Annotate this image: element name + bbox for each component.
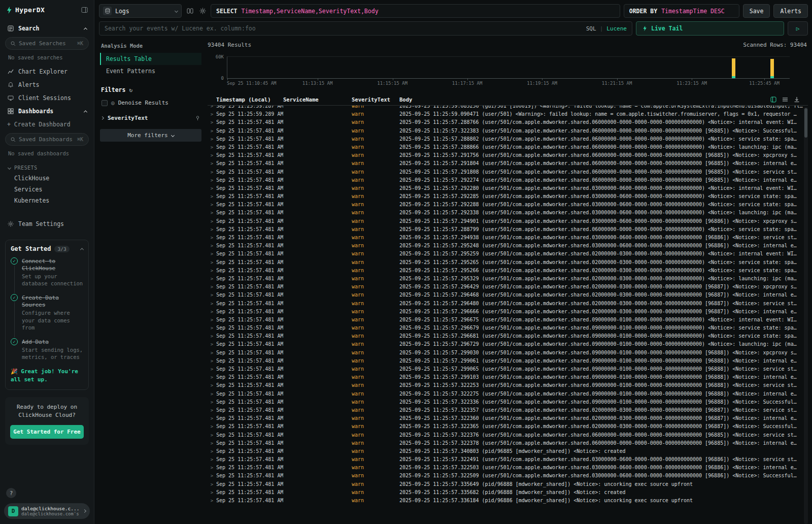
row-expand-chevron[interactable]: >	[208, 168, 216, 176]
mode-results-table[interactable]: Results Table	[100, 53, 201, 65]
table-row[interactable]: >Sep 25 11:25:57.481 AMwarn2025-09-25 11…	[208, 308, 808, 316]
row-expand-chevron[interactable]: >	[208, 106, 216, 110]
table-row[interactable]: >Sep 25 11:25:57.481 AMwarn2025-09-25 11…	[208, 267, 808, 275]
table-row[interactable]: >Sep 25 11:25:57.481 AMwarn2025-09-25 11…	[208, 250, 808, 258]
row-expand-chevron[interactable]: >	[208, 291, 216, 299]
more-filters-button[interactable]: More filters	[100, 129, 201, 142]
table-row[interactable]: >Sep 25 11:25:57.481 AMwarn2025-09-25 11…	[208, 201, 808, 209]
table-row[interactable]: >Sep 25 11:25:57.481 AMwarn2025-09-25 11…	[208, 414, 808, 422]
table-row[interactable]: >Sep 25 11:25:57.481 AMwarn2025-09-25 11…	[208, 225, 808, 234]
table-row[interactable]: >Sep 25 11:25:57.481 AMwarn2025-09-25 11…	[208, 472, 808, 480]
table-row[interactable]: >Sep 25 11:25:57.481 AMwarn2025-09-25 11…	[208, 381, 808, 389]
table-row[interactable]: >Sep 25 11:25:57.481 AMwarn2025-09-25 11…	[208, 316, 808, 324]
table-row[interactable]: >Sep 25 11:25:57.481 AMwarn2025-09-25 11…	[208, 464, 808, 472]
row-expand-chevron[interactable]: >	[208, 455, 216, 464]
scrollbar-thumb[interactable]	[804, 108, 807, 138]
table-row[interactable]: >Sep 25 11:25:57.481 AMwarn2025-09-25 11…	[208, 497, 808, 505]
live-tail-button[interactable]: Live Tail	[636, 21, 784, 36]
play-button[interactable]: ▷	[788, 21, 808, 36]
download-icon[interactable]	[794, 96, 800, 103]
histogram-plot[interactable]	[227, 56, 790, 79]
row-expand-chevron[interactable]: >	[208, 118, 216, 126]
row-expand-chevron[interactable]: >	[208, 497, 216, 505]
row-expand-chevron[interactable]: >	[208, 209, 216, 217]
sidebar-collapse-icon[interactable]	[81, 7, 88, 13]
table-row[interactable]: >Sep 25 11:25:57.481 AMwarn2025-09-25 11…	[208, 135, 808, 143]
help-button[interactable]: ?	[6, 488, 16, 498]
sidebar-item-client-sessions[interactable]: Client Sessions	[4, 91, 90, 105]
row-expand-chevron[interactable]: >	[208, 176, 216, 184]
row-expand-chevron[interactable]: >	[208, 250, 216, 258]
row-expand-chevron[interactable]: >	[208, 349, 216, 357]
row-expand-chevron[interactable]: >	[208, 275, 216, 283]
table-row[interactable]: >Sep 25 11:25:57.481 AMwarn2025-09-25 11…	[208, 143, 808, 151]
table-row[interactable]: >Sep 25 11:25:57.481 AMwarn2025-09-25 11…	[208, 422, 808, 431]
row-expand-chevron[interactable]: >	[208, 472, 216, 480]
row-expand-chevron[interactable]: >	[208, 324, 216, 332]
sidebar-item-chart-explorer[interactable]: Chart Explorer	[4, 65, 90, 78]
row-expand-chevron[interactable]: >	[208, 390, 216, 398]
row-expand-chevron[interactable]: >	[208, 192, 216, 201]
row-expand-chevron[interactable]: >	[208, 308, 216, 316]
mode-event-patterns[interactable]: Event Patterns	[100, 65, 201, 77]
row-expand-chevron[interactable]: >	[208, 300, 216, 308]
row-expand-chevron[interactable]: >	[208, 365, 216, 373]
denoise-checkbox[interactable]	[101, 100, 108, 106]
row-expand-chevron[interactable]: >	[208, 414, 216, 422]
row-expand-chevron[interactable]: >	[208, 316, 216, 324]
table-row[interactable]: >Sep 25 11:25:57.481 AMwarn2025-09-25 11…	[208, 488, 808, 497]
sidebar-item-dashboards[interactable]: Dashboards	[4, 105, 90, 118]
pin-icon[interactable]	[195, 115, 200, 121]
table-row[interactable]: >Sep 25 11:25:57.481 AMwarn2025-09-25 11…	[208, 480, 808, 488]
search-input[interactable]	[105, 25, 582, 32]
row-expand-chevron[interactable]: >	[208, 406, 216, 414]
saved-searches-input[interactable]: Saved Searches ⌘K	[5, 37, 89, 50]
table-row[interactable]: >Sep 25 11:25:57.481 AMwarn2025-09-25 11…	[208, 373, 808, 381]
row-expand-chevron[interactable]: >	[208, 480, 216, 488]
table-row[interactable]: >Sep 25 11:25:57.481 AMwarn2025-09-25 11…	[208, 439, 808, 447]
table-row[interactable]: >Sep 25 11:25:57.481 AMwarn2025-09-25 11…	[208, 118, 808, 126]
col-header-severitytext[interactable]: SeverityText	[352, 96, 399, 103]
row-expand-chevron[interactable]: >	[208, 184, 216, 192]
row-density-icon[interactable]	[782, 96, 788, 103]
row-expand-chevron[interactable]: >	[208, 110, 216, 118]
col-header-body[interactable]: Body	[399, 96, 430, 103]
select-columns-input[interactable]: SELECT Timestamp,ServiceName,SeverityTex…	[211, 4, 620, 18]
row-expand-chevron[interactable]: >	[208, 398, 216, 406]
get-started-step-connect[interactable]: ✓ Connect to ClickHouse Set up your data…	[11, 257, 83, 287]
row-expand-chevron[interactable]: >	[208, 357, 216, 365]
preset-item-services[interactable]: Services	[4, 184, 90, 195]
row-expand-chevron[interactable]: >	[208, 332, 216, 340]
saved-dashboards-input[interactable]: Saved Dashboards ⌘K	[5, 133, 89, 146]
table-row[interactable]: >Sep 25 11:25:57.481 AMwarn2025-09-25 11…	[208, 300, 808, 308]
table-row[interactable]: >Sep 25 11:25:57.481 AMwarn2025-09-25 11…	[208, 365, 808, 373]
row-expand-chevron[interactable]: >	[208, 159, 216, 168]
table-row[interactable]: >Sep 25 11:25:57.481 AMwarn2025-09-25 11…	[208, 390, 808, 398]
gear-icon[interactable]	[198, 4, 207, 18]
histogram-bar[interactable]	[732, 57, 735, 78]
row-expand-chevron[interactable]: >	[208, 381, 216, 389]
sidebar-item-team-settings[interactable]: Team Settings	[4, 217, 90, 231]
sidebar-item-alerts[interactable]: Alerts	[4, 78, 90, 91]
get-started-step-add-data[interactable]: ✓ Add Data Start sending logs, metrics, …	[11, 338, 83, 361]
table-row[interactable]: >Sep 25 11:25:57.481 AMwarn2025-09-25 11…	[208, 431, 808, 439]
refresh-icon[interactable]: ↻	[129, 87, 132, 93]
preset-item-kubernetes[interactable]: Kubernetes	[4, 195, 90, 206]
split-panels-icon[interactable]	[185, 4, 194, 18]
row-expand-chevron[interactable]: >	[208, 127, 216, 135]
table-scrollbar[interactable]	[804, 107, 808, 524]
table-row[interactable]: >Sep 25 11:25:57.481 AMwarn2025-09-25 11…	[208, 447, 808, 455]
row-expand-chevron[interactable]: >	[208, 488, 216, 497]
row-expand-chevron[interactable]: >	[208, 143, 216, 151]
row-expand-chevron[interactable]: >	[208, 242, 216, 250]
table-row[interactable]: >Sep 25 11:25:59.287 AMwarn2025-09-25 11…	[208, 106, 808, 110]
user-account-card[interactable]: D dale@clickhouse.c... dale@clickhouse.c…	[4, 503, 90, 519]
row-expand-chevron[interactable]: >	[208, 258, 216, 267]
table-row[interactable]: >Sep 25 11:25:57.481 AMwarn2025-09-25 11…	[208, 332, 808, 340]
table-row[interactable]: >Sep 25 11:25:57.481 AMwarn2025-09-25 11…	[208, 168, 808, 176]
table-row[interactable]: >Sep 25 11:25:57.481 AMwarn2025-09-25 11…	[208, 176, 808, 184]
language-option-lucene[interactable]: Lucene	[606, 25, 627, 32]
table-row[interactable]: >Sep 25 11:25:57.481 AMwarn2025-09-25 11…	[208, 398, 808, 406]
event-search-bar[interactable]: SQL | Lucene	[99, 21, 632, 36]
table-row[interactable]: >Sep 25 11:25:57.481 AMwarn2025-09-25 11…	[208, 324, 808, 332]
